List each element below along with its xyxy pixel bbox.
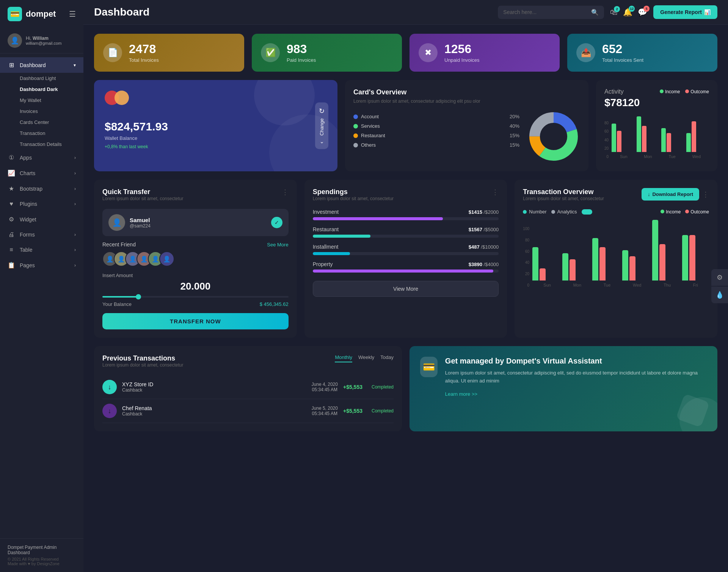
chevron-right-icon: › [74, 186, 76, 191]
activity-chart: 806040200 [604, 114, 709, 159]
quick-transfer-card: Quick Transfer Lorem ipsum dolor sit ame… [94, 180, 297, 338]
submenu-transaction[interactable]: Transaction [20, 128, 83, 139]
tx-status: Completed [372, 384, 394, 390]
filter-analytics[interactable]: Analytics [551, 209, 577, 215]
widget-icon: ⚙ [8, 216, 15, 223]
sidebar-item-table[interactable]: ≡ Table › [0, 242, 83, 257]
transaction-overview-card: Transaction Overview Lorem ipsum dolor s… [515, 180, 717, 338]
sidebar-item-label: Plugins [20, 201, 37, 207]
submenu-transaction-details[interactable]: Transaction Details [20, 139, 83, 150]
chevron-down-icon: ▾ [74, 63, 76, 68]
stat-card-paid-invoices: ✅ 983 Paid Invoices [252, 34, 402, 72]
filter-toggle[interactable] [582, 209, 592, 215]
hamburger-icon[interactable]: ☰ [69, 9, 76, 19]
wallet-change: +0,8% than last week [105, 144, 327, 149]
apps-icon: ① [8, 154, 15, 161]
sidebar-item-pages[interactable]: 📋 Pages › [0, 257, 83, 273]
footer-title: Dompet Payment Admin Dashboard [8, 545, 76, 555]
generate-report-button[interactable]: Generate Report 📊 [653, 5, 717, 19]
tx-name: Chef Renata [122, 405, 306, 411]
transfer-now-button[interactable]: TRANSFER NOW [102, 313, 289, 329]
svg-point-4 [541, 124, 566, 149]
va-learn-more-link[interactable]: Learn more >> [445, 391, 477, 397]
unpaid-icon: ✖ [419, 43, 438, 62]
tx-date: June 5, 2020 [312, 406, 338, 411]
stat-label: Total Invoices Sent [602, 57, 643, 63]
co-legend: Account 20% Services 40% Restaurant 15% [353, 114, 519, 163]
recent-friend-label: Recent Friend [102, 241, 136, 248]
sidebar-item-apps[interactable]: ① Apps › [0, 150, 83, 165]
table-row: ↓ XYZ Store ID Cashback June 4, 2020 05:… [102, 375, 394, 399]
card-overview: Card's Overview Lorem ipsum dolor sit am… [345, 80, 588, 171]
tab-monthly[interactable]: Monthly [335, 354, 352, 362]
tab-today[interactable]: Today [380, 354, 394, 362]
submenu-invoices[interactable]: Invoices [20, 106, 83, 117]
submenu-my-wallet[interactable]: My Wallet [20, 95, 83, 106]
amount-value: 20.000 [102, 281, 289, 292]
bootstrap-icon: ★ [8, 185, 15, 192]
change-button[interactable]: ↻ Change ⌄ [315, 102, 328, 149]
tx-filters: Number Analytics Income Outcome [523, 209, 709, 215]
sidebar-item-bootstrap[interactable]: ★ Bootstrap › [0, 181, 83, 196]
friend-handle: @sam224 [130, 223, 267, 229]
tx-amount: +$5,553 [343, 408, 362, 414]
dashboard-icon: ⊞ [8, 61, 15, 69]
submenu-dashboard-dark[interactable]: Dashboard Dark [20, 84, 83, 95]
mini-avatar-6: 👤 [159, 251, 174, 266]
chat-icon-button[interactable]: 💬 5 [638, 8, 647, 17]
spending-item-property: Property $3890 /$4000 [313, 261, 499, 273]
user-email: william@gmail.com [26, 41, 61, 45]
sidebar-item-charts[interactable]: 📈 Charts › [0, 165, 83, 181]
legend-services: Services 40% [353, 123, 519, 129]
sidebar-item-dashboard[interactable]: ⊞ Dashboard ▾ [0, 57, 83, 73]
amount-label: Insert Amount [102, 273, 289, 278]
wallet-card: $824,571.93 Wallet Balance +0,8% than la… [94, 80, 337, 171]
sidebar-item-widget[interactable]: ⚙ Widget [0, 212, 83, 227]
view-more-button[interactable]: View More [313, 281, 499, 297]
search-icon[interactable]: 🔍 [591, 9, 599, 16]
sidebar-nav: ⊞ Dashboard ▾ Dashboard Light Dashboard … [0, 53, 83, 538]
paid-icon: ✅ [261, 43, 280, 62]
settings-button[interactable]: ⚙ [711, 269, 728, 286]
stat-card-unpaid-invoices: ✖ 1256 Unpaid Invoices [410, 34, 560, 72]
see-more-link[interactable]: See More [267, 242, 288, 248]
search-input[interactable] [503, 9, 588, 15]
sidebar-item-label: Forms [20, 232, 35, 238]
sidebar-item-label: Dashboard [20, 62, 46, 68]
spending-item-investment: Investment $1415 /$2000 [313, 209, 499, 220]
chevron-right-icon: › [74, 171, 76, 176]
more-options-icon[interactable]: ⋮ [492, 188, 499, 196]
filter-number[interactable]: Number [523, 209, 546, 215]
sidebar-item-plugins[interactable]: ♥ Plugins › [0, 196, 83, 212]
more-options-icon[interactable]: ⋮ [702, 190, 709, 199]
amount-slider[interactable] [102, 296, 289, 298]
mid-section: $824,571.93 Wallet Balance +0,8% than la… [94, 80, 717, 171]
tx-date: June 4, 2020 [312, 382, 338, 387]
legend-account: Account 20% [353, 114, 519, 119]
bag-icon-button[interactable]: 🛍 2 [610, 8, 618, 17]
submenu-cards-center[interactable]: Cards Center [20, 117, 83, 128]
activity-legend: Income Outcome [660, 89, 709, 94]
wallet-amount: $824,571.93 [105, 120, 327, 133]
theme-button[interactable]: 💧 [711, 287, 728, 303]
tx-type: Cashback [122, 387, 306, 393]
co-desc: Lorem ipsum dolor sit amet, consectetur … [353, 99, 580, 104]
logo-icon: 💳 [8, 7, 22, 21]
pages-icon: 📋 [8, 262, 15, 269]
bag-badge: 2 [614, 6, 620, 12]
balance-value: $ 456,345.62 [260, 301, 289, 307]
spendings-card: Spendings Lorem ipsum dolor sit amet, co… [304, 180, 507, 338]
footer-copy: © 2021 All Rights Reserved [8, 557, 76, 561]
donut-chart [527, 110, 580, 163]
mastercard-right [115, 91, 129, 105]
topbar: Dashboard 🔍 🛍 2 🔔 12 💬 5 Generate Report… [83, 0, 728, 25]
download-report-button[interactable]: ↓ Download Report [642, 188, 699, 201]
content-area: 📄 2478 Total Invoices ✅ 983 Paid Invoice… [83, 25, 728, 572]
bell-icon-button[interactable]: 🔔 12 [623, 8, 632, 17]
submenu-dashboard-light[interactable]: Dashboard Light [20, 73, 83, 84]
sidebar-item-forms[interactable]: 🖨 Forms › [0, 227, 83, 242]
sidebar-item-label: Charts [20, 170, 35, 176]
tab-weekly[interactable]: Weekly [358, 354, 374, 362]
more-options-icon[interactable]: ⋮ [282, 188, 289, 196]
sent-icon: 📤 [576, 43, 595, 62]
